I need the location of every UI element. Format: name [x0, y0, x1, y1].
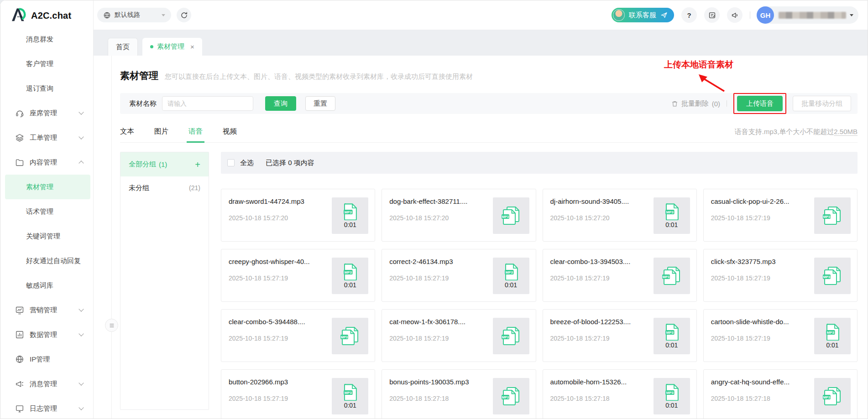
- selected-count-info: 已选择 0 项内容: [266, 159, 314, 167]
- mp3-files-icon: MP3: [822, 265, 843, 286]
- material-card[interactable]: click-sfx-323775.mp3 2025-10-18 15:27:19…: [703, 249, 858, 302]
- sidebar-item-mass-message[interactable]: 消息群发: [0, 27, 93, 52]
- material-card[interactable]: clear-combo-5-394488.... 2025-10-18 15:2…: [221, 309, 375, 362]
- line-selector-value: 默认线路: [115, 11, 140, 19]
- material-card[interactable]: creepy-ghost-whisper-40... 2025-10-18 15…: [221, 249, 375, 302]
- material-name: angry-cat-hq-sound-effe...: [711, 378, 806, 386]
- media-tab-video[interactable]: 视频: [223, 127, 237, 136]
- user-menu[interactable]: GH: [757, 6, 858, 24]
- material-name: dj-airhorn-sound-39405....: [550, 197, 645, 205]
- contact-support-button[interactable]: 联系客服: [612, 8, 674, 22]
- material-card[interactable]: draw-sword1-44724.mp3 2025-10-18 15:27:2…: [221, 189, 375, 242]
- material-card[interactable]: casual-click-pop-ui-2-26... 2025-10-18 1…: [703, 189, 858, 242]
- tab-material-mgmt[interactable]: 素材管理 ×: [142, 38, 202, 56]
- reset-button[interactable]: 重置: [305, 96, 335, 111]
- sidebar-item-content-mgmt[interactable]: 内容管理: [0, 150, 93, 175]
- note-button[interactable]: [704, 7, 720, 23]
- speaker-icon: [731, 11, 739, 19]
- material-card[interactable]: automobile-horn-15326... 2025-10-18 15:2…: [543, 369, 697, 419]
- a2c-logo-icon: [11, 7, 27, 24]
- batch-move-group-button[interactable]: 批量移动分组: [793, 96, 851, 111]
- svg-text:MP3: MP3: [823, 215, 830, 219]
- brand-logo[interactable]: A2C.chat: [0, 0, 93, 25]
- mp3-files-icon: MP3: [822, 205, 843, 226]
- svg-text:MP3: MP3: [345, 390, 352, 394]
- tab-home[interactable]: 首页: [108, 38, 138, 56]
- material-name: breeze-of-blood-122253....: [550, 318, 645, 326]
- svg-text:MP3: MP3: [823, 395, 830, 399]
- material-card[interactable]: dj-airhorn-sound-39405.... 2025-10-18 15…: [543, 189, 697, 242]
- network-icon: [103, 11, 111, 19]
- material-thumbnail: MP3 MP3: [493, 318, 529, 354]
- filter-bar: 素材名称 查询 重置 批量删除 (0) 上传语音 批量移动分组: [120, 93, 858, 114]
- sidebar-item-friend-auto-reply[interactable]: 好友通过自动回复: [0, 248, 93, 273]
- material-thumbnail: MP3 MP3 0:01: [654, 378, 690, 414]
- sidebar-item-log-mgmt[interactable]: 日志管理: [0, 396, 93, 419]
- sidebar-item-data-mgmt[interactable]: 数据管理: [0, 322, 93, 347]
- mp3-file-icon: MP3: [826, 324, 839, 341]
- material-card[interactable]: correct-2-46134.mp3 2025-10-18 15:27:19 …: [382, 249, 536, 302]
- line-selector-dropdown[interactable]: 默认线路: [97, 8, 171, 22]
- sidebar-item-material-mgmt[interactable]: 素材管理: [5, 175, 90, 199]
- svg-text:MP3: MP3: [345, 210, 352, 214]
- material-name-input[interactable]: [162, 96, 253, 111]
- sidebar-item-sensitive-words[interactable]: 敏感词库: [0, 273, 93, 298]
- material-card[interactable]: bonus-points-190035.mp3 2025-10-18 15:27…: [382, 369, 536, 419]
- select-all-label[interactable]: 全选: [240, 159, 254, 167]
- audio-duration: 0:01: [344, 221, 356, 228]
- sidebar-item-customer-mgmt[interactable]: 客户管理: [0, 52, 93, 76]
- material-card[interactable]: dog-bark-effect-382711.... 2025-10-18 15…: [382, 189, 536, 242]
- help-button[interactable]: ?: [681, 7, 697, 23]
- sidebar-item-ip-mgmt[interactable]: IP管理: [0, 347, 93, 372]
- sidebar-collapse-handle[interactable]: [105, 319, 118, 332]
- sidebar-item-message-mgmt[interactable]: 消息管理: [0, 372, 93, 396]
- brand-name: A2C.chat: [31, 10, 71, 21]
- material-name: clear-combo-5-394488....: [229, 318, 324, 326]
- material-list-panel: 全选 已选择 0 项内容 draw-sword1-44724.mp3 2025-…: [221, 152, 858, 419]
- svg-text:MP3: MP3: [823, 275, 830, 279]
- media-tab-text[interactable]: 文本: [120, 127, 134, 136]
- announcement-button[interactable]: [727, 7, 743, 23]
- svg-text:MP3: MP3: [827, 330, 835, 334]
- material-card[interactable]: breeze-of-blood-122253.... 2025-10-18 15…: [543, 309, 697, 362]
- material-name: correct-2-46134.mp3: [389, 258, 484, 265]
- audio-duration: 0:01: [665, 221, 678, 228]
- material-name: click-sfx-323775.mp3: [711, 258, 806, 265]
- select-all-checkbox[interactable]: [227, 159, 235, 166]
- sidebar-item-script-mgmt[interactable]: 话术管理: [0, 199, 93, 224]
- search-button[interactable]: 查询: [265, 96, 296, 111]
- chevron-up-icon: [78, 160, 84, 166]
- user-avatar: GH: [757, 6, 774, 24]
- material-name: casual-click-pop-ui-2-26...: [711, 197, 806, 205]
- bar-chart-icon: [15, 330, 24, 339]
- batch-delete-button[interactable]: 批量删除 (0): [671, 99, 720, 108]
- material-name-label: 素材名称: [129, 99, 157, 108]
- caret-down-icon: [162, 14, 165, 16]
- caret-down-icon: [850, 14, 853, 16]
- material-thumbnail: MP3 MP3: [493, 378, 529, 414]
- sidebar-item-keyword-mgmt[interactable]: 关键词管理: [0, 224, 93, 248]
- add-group-button[interactable]: +: [195, 160, 200, 169]
- material-thumbnail: MP3 MP3: [814, 378, 851, 414]
- mp3-files-icon: MP3: [340, 326, 361, 347]
- material-name: cartoon-slide-whistle-do...: [711, 318, 806, 326]
- material-name: automobile-horn-15326...: [550, 378, 645, 386]
- media-tab-image[interactable]: 图片: [154, 127, 168, 136]
- divider: [727, 100, 727, 107]
- topbar-right: 联系客服 ? GH: [612, 6, 858, 24]
- material-card[interactable]: cat-meow-1-fx-306178.... 2025-10-18 15:2…: [382, 309, 536, 362]
- material-card[interactable]: clear-combo-13-394503.... 2025-10-18 15:…: [543, 249, 697, 302]
- sidebar-item-unsubscribe-query[interactable]: 退订查询: [0, 76, 93, 101]
- group-all[interactable]: 全部分组 (1) +: [120, 152, 209, 176]
- material-card[interactable]: angry-cat-hq-sound-effe... 2025-10-18 15…: [703, 369, 858, 419]
- material-card[interactable]: cartoon-slide-whistle-do... 2025-10-18 1…: [703, 309, 858, 362]
- sidebar-item-ticket-mgmt[interactable]: 工单管理: [0, 125, 93, 150]
- group-row-ungrouped[interactable]: 未分组 (21): [120, 176, 209, 199]
- close-icon[interactable]: ×: [190, 43, 194, 51]
- sidebar-item-marketing-mgmt[interactable]: 营销管理: [0, 298, 93, 322]
- sidebar-item-seat-mgmt[interactable]: 座席管理: [0, 101, 93, 125]
- upload-audio-button[interactable]: 上传语音: [737, 96, 783, 111]
- material-card[interactable]: button-202966.mp3 2025-10-18 15:27:19 MP…: [221, 369, 375, 419]
- refresh-button[interactable]: [177, 8, 191, 22]
- media-tab-audio[interactable]: 语音: [188, 127, 203, 136]
